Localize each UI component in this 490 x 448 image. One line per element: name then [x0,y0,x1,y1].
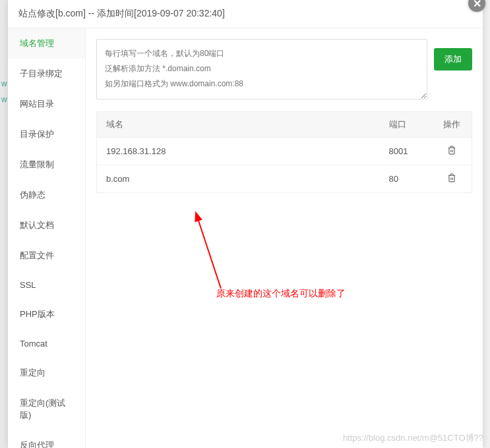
table-row: 192.168.31.128 8001 [97,138,472,165]
sidebar-item-subdir-bind[interactable]: 子目录绑定 [8,59,85,89]
th-domain: 域名 [97,112,380,138]
th-port: 端口 [380,112,433,138]
sidebar-item-dir-protect[interactable]: 目录保护 [8,119,85,150]
add-button[interactable]: 添加 [434,48,472,70]
domain-textarea[interactable] [96,39,427,99]
bg-char: w [1,79,7,88]
sidebar-item-php-ver[interactable]: PHP版本 [8,299,85,329]
annotation-text: 原来创建的这个域名可以删除了 [216,288,346,300]
table-row: b.com 80 [97,165,472,193]
input-row: 添加 [96,39,472,99]
sidebar-item-config-file[interactable]: 配置文件 [8,240,85,271]
trash-icon[interactable] [447,146,456,157]
sidebar: 域名管理 子目录绑定 网站目录 目录保护 流量限制 伪静态 默认文档 配置文件 … [8,28,86,448]
cell-action [433,138,472,165]
modal-header: 站点修改[b.com] -- 添加时间[2019-09-07 20:32:40] [8,0,483,28]
sidebar-item-site-dir[interactable]: 网站目录 [8,89,85,119]
sidebar-item-ssl[interactable]: SSL [8,271,85,299]
sidebar-item-redirect-beta[interactable]: 重定向(测试版) [8,388,85,430]
sidebar-item-reverse-proxy[interactable]: 反向代理 [8,430,85,448]
watermark: https://blog.csdn.net/m@51CTO博?? [343,432,483,444]
sidebar-item-tomcat[interactable]: Tomcat [8,329,85,358]
background-strip [0,0,8,448]
modal-dialog: ✕ 站点修改[b.com] -- 添加时间[2019-09-07 20:32:4… [8,0,483,448]
sidebar-item-rewrite[interactable]: 伪静态 [8,180,85,210]
cell-port: 80 [380,165,433,193]
annotation-arrow [191,210,231,295]
modal-body: 域名管理 子目录绑定 网站目录 目录保护 流量限制 伪静态 默认文档 配置文件 … [8,28,483,448]
table-header-row: 域名 端口 操作 [97,112,472,138]
domain-table: 域名 端口 操作 192.168.31.128 8001 [96,111,472,193]
svg-line-1 [197,215,221,289]
th-action: 操作 [433,112,472,138]
trash-icon[interactable] [447,173,456,184]
cell-port: 8001 [380,138,433,165]
cell-domain: b.com [97,165,380,193]
cell-domain: 192.168.31.128 [97,138,380,165]
sidebar-item-domain-mgmt[interactable]: 域名管理 [8,28,85,59]
sidebar-item-traffic-limit[interactable]: 流量限制 [8,150,85,180]
modal-title: 站点修改[b.com] -- 添加时间[2019-09-07 20:32:40] [18,8,225,18]
sidebar-item-redirect[interactable]: 重定向 [8,358,85,388]
sidebar-item-default-doc[interactable]: 默认文档 [8,210,85,240]
cell-action [433,165,472,193]
close-icon: ✕ [473,0,481,10]
bg-char: w [1,95,7,104]
content-panel: 添加 域名 端口 操作 192.168.31.128 8001 [86,28,483,448]
